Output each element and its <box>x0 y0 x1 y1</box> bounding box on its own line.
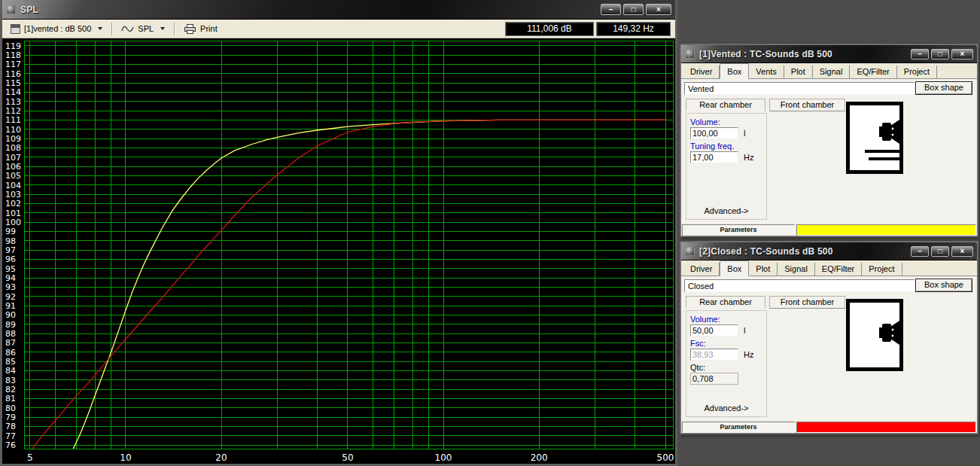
svg-text:105: 105 <box>5 171 21 181</box>
svg-text:102: 102 <box>5 199 21 209</box>
project-icon <box>11 24 20 34</box>
close-button[interactable]: × <box>951 49 973 59</box>
spl-window-title: SPL <box>20 5 38 15</box>
spl-toolbar: [1]vented : dB 500 SPL Print 11 <box>2 20 675 38</box>
field-input-qtc[interactable] <box>690 373 738 385</box>
svg-text:110: 110 <box>5 125 21 135</box>
spl-chart[interactable]: 1191181171161151141131121111101091081071… <box>2 38 675 464</box>
toolbar-separator <box>111 23 112 35</box>
tab-vents[interactable]: Vents <box>749 65 784 78</box>
chevron-down-icon <box>160 27 165 30</box>
advanced-link[interactable]: Advanced-> <box>686 206 766 215</box>
tab-box[interactable]: Box <box>720 260 749 276</box>
closed-parameter-panel: Volume:lFsc:HzQtc: Advanced-> <box>686 310 767 417</box>
svg-text:111: 111 <box>5 115 21 125</box>
tab-box[interactable]: Box <box>720 63 749 79</box>
project-selector-label: [1]vented : dB 500 <box>24 24 91 33</box>
closed-window-title: [2]Closed : TC-Sounds dB 500 <box>699 246 833 257</box>
parameters-status-indicator <box>796 224 976 236</box>
closed-titlebar[interactable]: [2]Closed : TC-Sounds dB 500 – □ × <box>681 242 977 260</box>
chamber-tab-front-chamber[interactable]: Front chamber <box>769 296 845 309</box>
tab-plot[interactable]: Plot <box>784 65 813 78</box>
frequency-readout: 149,32 Hz <box>596 22 671 36</box>
svg-text:107: 107 <box>5 153 21 163</box>
tab-eq-filter[interactable]: EQ/Filter <box>815 263 862 276</box>
maximize-button[interactable]: □ <box>623 4 644 15</box>
svg-text:113: 113 <box>5 97 21 107</box>
field-input-volume[interactable] <box>690 324 738 337</box>
svg-text:82: 82 <box>5 385 16 394</box>
tab-signal[interactable]: Signal <box>778 263 815 276</box>
svg-text:88: 88 <box>5 329 16 339</box>
svg-text:77: 77 <box>5 431 16 441</box>
svg-text:81: 81 <box>5 394 16 404</box>
spl-titlebar[interactable]: SPL – □ × <box>2 0 675 20</box>
field-unit: l <box>744 326 745 335</box>
printer-icon <box>184 24 196 34</box>
svg-text:86: 86 <box>5 348 16 358</box>
toolbar-separator <box>174 23 175 35</box>
field-label-volume: Volume: <box>690 315 762 324</box>
tab-driver[interactable]: Driver <box>683 263 720 276</box>
maximize-button[interactable]: □ <box>931 49 949 59</box>
maximize-button[interactable]: □ <box>931 246 949 257</box>
field-input-fsc[interactable] <box>690 349 738 361</box>
tab-eq-filter[interactable]: EQ/Filter <box>850 65 896 78</box>
tab-project[interactable]: Project <box>897 65 937 78</box>
print-button-label: Print <box>200 24 218 33</box>
print-button[interactable]: Print <box>180 22 221 36</box>
svg-text:101: 101 <box>5 209 21 218</box>
svg-text:76: 76 <box>5 440 16 450</box>
parameters-status-indicator <box>796 422 976 433</box>
window-icon <box>685 49 695 59</box>
vented-tabbar: DriverBoxVentsPlotSignalEQ/FilterProject <box>681 63 977 79</box>
close-button[interactable]: × <box>646 4 671 15</box>
svg-text:500: 500 <box>657 452 674 463</box>
closed-statusbar: Parameters <box>681 421 977 433</box>
box-shape-button[interactable]: Box shape <box>915 81 972 95</box>
svg-text:200: 200 <box>531 452 548 463</box>
minimize-button[interactable]: – <box>911 49 929 59</box>
svg-text:109: 109 <box>5 134 21 144</box>
spl-app-icon <box>6 5 16 14</box>
svg-text:91: 91 <box>5 301 16 311</box>
close-button[interactable]: × <box>951 246 973 257</box>
parameters-status-label: Parameters <box>682 422 795 433</box>
field-input-tuning-freq[interactable] <box>690 151 738 163</box>
svg-text:96: 96 <box>5 254 16 264</box>
field-label-qtc: Qtc: <box>690 363 762 372</box>
desktop-background: SPL – □ × [1]vented : dB 500 SPL <box>0 0 980 466</box>
box-diagram <box>846 299 903 371</box>
chamber-tab-rear-chamber[interactable]: Rear chamber <box>686 99 765 111</box>
chamber-tab-front-chamber[interactable]: Front chamber <box>769 99 845 111</box>
tab-plot[interactable]: Plot <box>749 263 778 276</box>
vented-titlebar[interactable]: [1]Vented : TC-Sounds dB 500 – □ × <box>681 45 977 63</box>
field-unit: Hz <box>744 153 753 162</box>
tab-signal[interactable]: Signal <box>813 65 851 78</box>
plot-type-dropdown[interactable]: SPL <box>117 22 169 35</box>
box-shape-button[interactable]: Box shape <box>915 279 972 292</box>
field-label-volume: Volume: <box>690 117 762 126</box>
chamber-tab-rear-chamber[interactable]: Rear chamber <box>686 296 765 309</box>
svg-text:95: 95 <box>5 264 16 274</box>
svg-text:108: 108 <box>5 143 21 153</box>
svg-text:115: 115 <box>5 78 21 88</box>
tab-driver[interactable]: Driver <box>683 65 720 78</box>
sine-wave-icon <box>121 25 134 33</box>
box-name-field[interactable] <box>684 82 915 95</box>
vented-statusbar: Parameters <box>681 224 977 236</box>
parameters-status-label: Parameters <box>682 224 795 236</box>
svg-text:114: 114 <box>5 87 21 97</box>
project-selector-dropdown[interactable]: [1]vented : dB 500 <box>7 22 106 36</box>
vented-window-title: [1]Vented : TC-Sounds dB 500 <box>699 49 832 59</box>
box-name-field[interactable] <box>684 279 915 292</box>
advanced-link[interactable]: Advanced-> <box>686 404 766 413</box>
svg-text:92: 92 <box>5 292 16 302</box>
svg-text:89: 89 <box>5 320 16 330</box>
tab-project[interactable]: Project <box>862 263 902 276</box>
closed-tabbar: DriverBoxPlotSignalEQ/FilterProject <box>681 260 977 276</box>
minimize-button[interactable]: – <box>601 4 621 15</box>
field-input-volume[interactable] <box>690 127 738 139</box>
minimize-button[interactable]: – <box>911 246 929 257</box>
svg-text:103: 103 <box>5 190 21 199</box>
